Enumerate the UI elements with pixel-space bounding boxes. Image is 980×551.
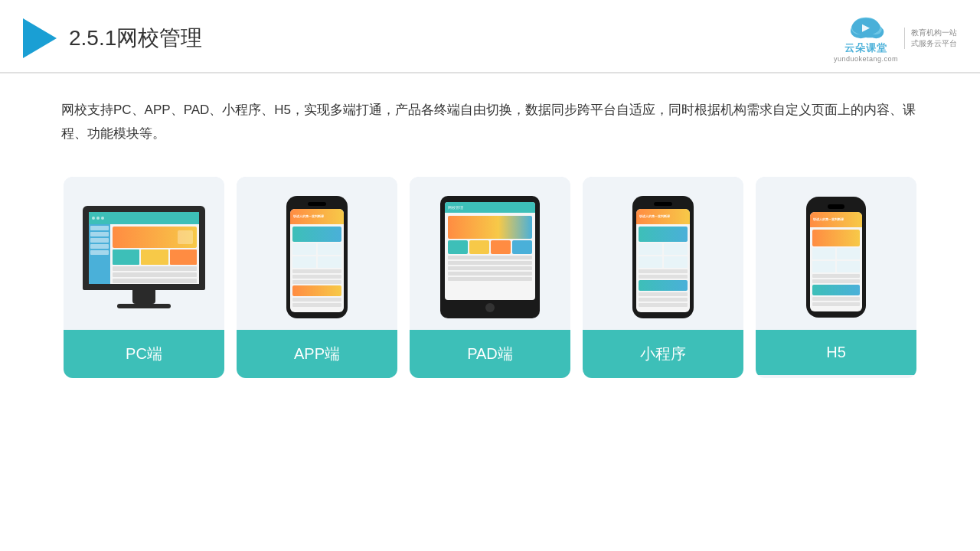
card-h5-image: 职进人的第一堂判断课 — [756, 177, 916, 330]
card-pc-image — [64, 177, 224, 330]
logo-tagline: 教育机构一站 式服务云平台 — [904, 28, 957, 49]
monitor-screen — [83, 206, 205, 290]
card-h5-label: H5 — [756, 330, 916, 375]
logo-area: 云朵课堂 yunduoketang.com 教育机构一站 式服务云平台 — [834, 14, 957, 63]
card-pad: 网校管理 — [410, 177, 570, 378]
card-miniprogram-label: 小程序 — [583, 330, 743, 378]
tablet-mockup: 网校管理 — [440, 196, 540, 318]
logo-text-main: 云朵课堂 — [844, 41, 887, 55]
card-h5: 职进人的第一堂判断课 — [756, 177, 916, 378]
card-app: 职进人的第一堂判断课 — [237, 177, 397, 378]
card-pc: PC端 — [64, 177, 224, 378]
play-icon — [23, 18, 57, 58]
pc-monitor — [83, 206, 205, 308]
phone-h5-mockup: 职进人的第一堂判断课 — [806, 197, 866, 318]
logo-text-sub: yunduoketang.com — [834, 55, 898, 63]
card-miniprogram: 职进人的第一堂判断课 — [583, 177, 743, 378]
card-pc-label: PC端 — [64, 330, 224, 378]
page-header: 2.5.1网校管理 云朵课堂 yunduoketang.com 教育机构 — [0, 0, 980, 73]
card-app-label: APP端 — [237, 330, 397, 378]
card-miniprogram-image: 职进人的第一堂判断课 — [583, 177, 743, 330]
header-left: 2.5.1网校管理 — [23, 18, 202, 58]
page-title: 2.5.1网校管理 — [69, 24, 202, 53]
card-app-image: 职进人的第一堂判断课 — [237, 177, 397, 330]
card-pad-label: PAD端 — [410, 330, 570, 378]
phone-mini-mockup: 职进人的第一堂判断课 — [632, 196, 694, 318]
logo-icon — [847, 14, 885, 41]
logo-cloud: 云朵课堂 yunduoketang.com — [834, 14, 898, 63]
description-text: 网校支持PC、APP、PAD、小程序、H5，实现多端打通，产品各终端自由切换，数… — [0, 73, 980, 161]
card-pad-image: 网校管理 — [410, 177, 570, 330]
phone-app-mockup: 职进人的第一堂判断课 — [286, 196, 348, 318]
cards-section: PC端 职进人的第一堂判断课 — [0, 161, 980, 401]
